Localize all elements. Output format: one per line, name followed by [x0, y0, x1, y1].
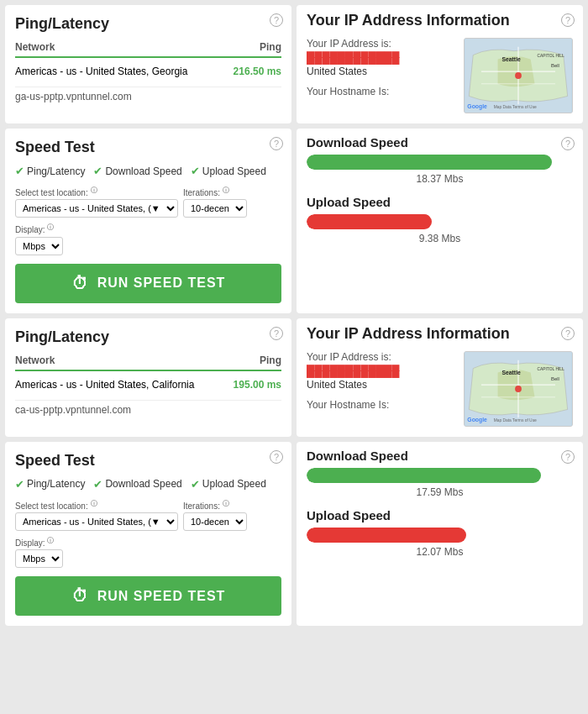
ip-info-1: Your IP Address is: ████████████ United … — [307, 38, 455, 97]
checkbox-download-2[interactable]: ✔ Download Speed — [93, 478, 181, 491]
ip-label-1: Your IP Address is: — [307, 38, 455, 50]
check-icon-upload-1: ✔ — [191, 165, 200, 177]
help-icon-2[interactable]: ? — [270, 327, 283, 340]
svg-text:CAPITOL HILL: CAPITOL HILL — [537, 54, 564, 58]
ip-label-2: Your IP Address is: — [307, 351, 455, 363]
svg-text:Bell: Bell — [551, 376, 559, 381]
iterations-group-2: Iterations: ⓘ 10-decen 5 — [183, 499, 247, 531]
location-label-1: Select test location: ⓘ — [15, 186, 178, 197]
iterations-group-1: Iterations: ⓘ 10-decen 5 — [183, 186, 247, 218]
help-icon-results-2[interactable]: ? — [561, 450, 575, 464]
check-icon-upload-2: ✔ — [191, 478, 200, 491]
svg-text:Map Data  Terms of Use: Map Data Terms of Use — [494, 105, 537, 109]
ip-card-2: ? Your IP Address Information Your IP Ad… — [297, 318, 583, 437]
download-title-2: Download Speed — [307, 449, 573, 463]
help-icon-speed-1[interactable]: ? — [270, 137, 283, 150]
download-value-2: 17.59 Mbs — [307, 486, 573, 498]
network-col-label: Network — [15, 41, 55, 53]
ping-card-2: ? Ping/Latency Network Ping Americas - u… — [5, 318, 291, 437]
checkbox-upload-label-1: Upload Speed — [202, 165, 266, 177]
display-select-1[interactable]: Mbps Kbps — [15, 237, 63, 255]
checkbox-ping-2[interactable]: ✔ Ping/Latency — [15, 478, 85, 491]
checkbox-ping-label-1: Ping/Latency — [27, 165, 85, 177]
check-icon-ping-2: ✔ — [15, 478, 24, 491]
speedtest-title-2: Speed Test — [15, 452, 281, 470]
checkboxes-2: ✔ Ping/Latency ✔ Download Speed ✔ Upload… — [15, 478, 281, 491]
ip-info-2: Your IP Address is: ████████████ United … — [307, 351, 455, 411]
speedtest-title-1: Speed Test — [15, 139, 281, 156]
ping-col-label: Ping — [260, 41, 281, 53]
run-btn-label-1: RUN SPEED TEST — [97, 276, 226, 291]
checkbox-ping-1[interactable]: ✔ Ping/Latency — [15, 165, 85, 177]
ip-country-1: United States — [307, 66, 455, 77]
checkbox-download-label-1: Download Speed — [105, 165, 181, 177]
svg-text:Seattle: Seattle — [501, 56, 521, 62]
speedometer-icon-1: ⏱ — [71, 274, 89, 293]
download-bar-1 — [307, 155, 552, 170]
ip-title-2: Your IP Address Information — [307, 325, 573, 343]
location-group-1: Select test location: ⓘ Americas - us - … — [15, 186, 178, 218]
help-icon-results-1[interactable]: ? — [561, 137, 575, 150]
iterations-select-2[interactable]: 10-decen 5 — [183, 512, 247, 531]
check-icon-download-1: ✔ — [93, 165, 102, 177]
iterations-label-2: Iterations: ⓘ — [183, 499, 247, 511]
ip-title-1: Your IP Address Information — [307, 12, 573, 29]
iterations-select-1[interactable]: 10-decen 5 — [183, 199, 247, 218]
map-thumbnail-1: Google Map Data Terms of Use Seattle CAP… — [464, 38, 573, 113]
run-btn-label-2: RUN SPEED TEST — [97, 589, 226, 604]
display-select-2[interactable]: Mbps Kbps — [15, 549, 63, 568]
upload-bar-container-2 — [307, 528, 573, 543]
svg-point-21 — [515, 386, 522, 392]
checkbox-upload-1[interactable]: ✔ Upload Speed — [191, 165, 266, 177]
check-icon-ping-1: ✔ — [15, 165, 24, 177]
checkbox-upload-2[interactable]: ✔ Upload Speed — [191, 478, 266, 491]
ping-card-1: ? Ping/Latency Network Ping Americas - u… — [5, 5, 291, 123]
upload-title-1: Upload Speed — [307, 195, 573, 209]
display-label-1: Display: ⓘ — [15, 223, 63, 234]
ip-row-2: Your IP Address is: ████████████ United … — [307, 351, 573, 427]
location-select-1[interactable]: Americas - us - United States, (▼ Americ… — [15, 199, 178, 218]
display-group-1: Display: ⓘ Mbps Kbps — [15, 223, 63, 255]
upload-title-2: Upload Speed — [307, 508, 573, 522]
help-icon-1[interactable]: ? — [270, 13, 283, 27]
display-group-2: Display: ⓘ Mbps Kbps — [15, 536, 63, 568]
ping-ms-1: 216.50 ms — [234, 66, 281, 77]
svg-text:Bell: Bell — [551, 63, 559, 68]
ip-hostname-label-1: Your Hostname Is: — [307, 86, 455, 97]
svg-text:Google: Google — [467, 103, 487, 110]
download-section-1: Download Speed 18.37 Mbs — [307, 135, 573, 185]
check-icon-download-2: ✔ — [93, 478, 102, 491]
map-thumbnail-2: Google Map Data Terms of Use Seattle CAP… — [464, 351, 573, 427]
upload-bar-2 — [307, 528, 466, 543]
location-group-2: Select test location: ⓘ Americas - us - … — [15, 499, 178, 531]
download-bar-container-2 — [307, 468, 573, 483]
ping-title-2: Ping/Latency — [15, 328, 281, 346]
ping-col-label-2: Ping — [260, 354, 281, 366]
ping-ms-2: 195.00 ms — [234, 379, 281, 391]
ip-row-1: Your IP Address is: ████████████ United … — [307, 38, 573, 113]
run-speed-test-btn-2[interactable]: ⏱ RUN SPEED TEST — [15, 576, 281, 616]
help-icon-ip-1[interactable]: ? — [561, 13, 575, 27]
checkboxes-1: ✔ Ping/Latency ✔ Download Speed ✔ Upload… — [15, 165, 281, 177]
help-icon-ip-2[interactable]: ? — [561, 327, 575, 340]
display-label-2: Display: ⓘ — [15, 536, 63, 548]
svg-text:Google: Google — [467, 417, 487, 423]
location-select-2[interactable]: Americas - us - United States, (▼ Americ… — [15, 512, 178, 531]
location-label-2: Select test location: ⓘ — [15, 499, 178, 511]
upload-section-2: Upload Speed 12.07 Mbs — [307, 508, 573, 558]
ip-card-1: ? Your IP Address Information Your IP Ad… — [297, 5, 583, 123]
upload-bar-1 — [307, 214, 432, 229]
ping-row-1: Americas - us - United States, Georgia 2… — [15, 63, 281, 80]
svg-text:Seattle: Seattle — [501, 370, 521, 375]
hostname-1: ga-us-pptp.vpntunnel.com — [15, 87, 281, 106]
ping-header-1: Network Ping — [15, 41, 281, 58]
speedtest-card-1: ? Speed Test ✔ Ping/Latency ✔ Download S… — [5, 129, 291, 313]
help-icon-speed-2[interactable]: ? — [270, 450, 283, 464]
upload-bar-container-1 — [307, 214, 573, 229]
checkbox-download-1[interactable]: ✔ Download Speed — [93, 165, 181, 177]
speedtest-card-2: ? Speed Test ✔ Ping/Latency ✔ Download S… — [5, 442, 291, 627]
ping-header-2: Network Ping — [15, 354, 281, 371]
run-speed-test-btn-1[interactable]: ⏱ RUN SPEED TEST — [15, 264, 281, 303]
download-bar-2 — [307, 468, 541, 483]
ip-hostname-label-2: Your Hostname Is: — [307, 399, 455, 411]
